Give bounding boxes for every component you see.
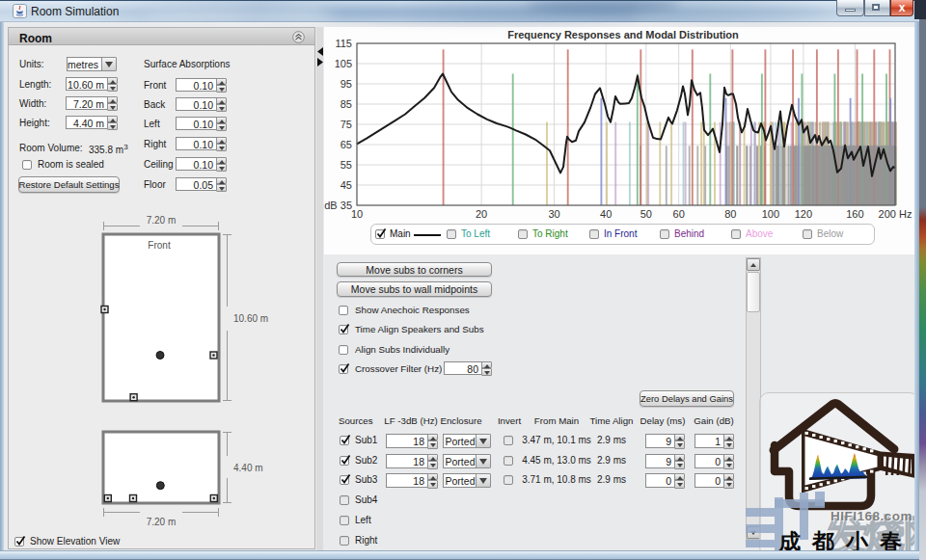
svg-text:85: 85 [340,98,352,110]
svg-text:115: 115 [335,38,352,49]
svg-text:60: 60 [673,208,685,220]
svg-text:4.40 m: 4.40 m [233,463,263,473]
svg-text:200 Hz: 200 Hz [879,208,912,220]
svg-text:80: 80 [724,208,736,220]
svg-text:7.20 m: 7.20 m [147,517,177,527]
svg-text:Front: Front [148,240,171,251]
svg-text:100: 100 [762,208,779,220]
svg-text:10.60 m: 10.60 m [233,313,268,324]
svg-text:dB 35: dB 35 [324,200,352,211]
svg-text:75: 75 [340,119,352,130]
svg-text:105: 105 [335,58,352,69]
svg-text:40: 40 [600,208,612,220]
svg-text:160: 160 [846,208,863,220]
svg-text:Frequency Responses and Modal: Frequency Responses and Modal Distributi… [507,29,739,40]
svg-text:30: 30 [548,208,559,220]
svg-text:50: 50 [640,208,652,220]
svg-text:7.20 m: 7.20 m [147,215,177,226]
svg-text:10: 10 [351,208,363,220]
svg-text:65: 65 [340,139,352,150]
svg-text:45: 45 [340,179,352,191]
svg-text:95: 95 [340,78,352,90]
svg-text:20: 20 [476,208,487,220]
svg-text:120: 120 [795,208,812,220]
svg-text:55: 55 [340,159,352,171]
